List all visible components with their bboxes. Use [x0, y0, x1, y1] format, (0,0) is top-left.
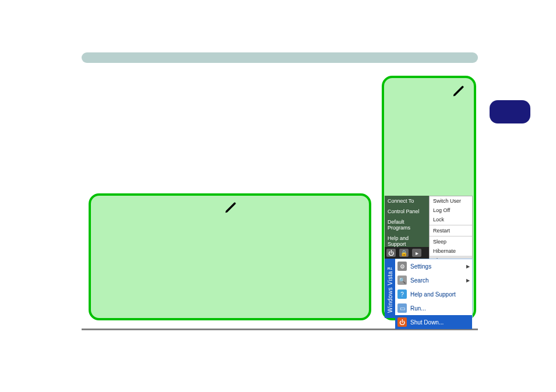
- vista-menu-item-control-panel[interactable]: Control Panel: [385, 206, 429, 217]
- chevron-right-icon: ▶: [466, 264, 470, 269]
- vista-submenu-sleep[interactable]: Sleep: [430, 237, 472, 246]
- classic-menu-label: Settings: [410, 263, 431, 270]
- vista-shutdown-submenu: Switch User Log Off Lock Restart Sleep H…: [429, 196, 473, 259]
- classic-menu-label: Run...: [410, 305, 426, 312]
- help-icon: ?: [397, 289, 407, 299]
- classic-menu-item-help[interactable]: ? Help and Support: [395, 287, 472, 301]
- search-icon: 🔍: [397, 276, 407, 285]
- edit-icon: [224, 202, 234, 212]
- shutdown-icon: ⏻: [397, 317, 407, 327]
- vista-start-menu: Connect To Control Panel Default Program…: [385, 196, 473, 259]
- classic-start-menu: Windows Vista™ ⚙ Settings ▶ 🔍 Search ▶ ?…: [385, 259, 473, 318]
- classic-menu-label: Search: [410, 277, 429, 284]
- vista-submenu-lock[interactable]: Lock: [430, 215, 472, 224]
- classic-menu-item-shutdown[interactable]: ⏻ Shut Down...: [395, 315, 472, 329]
- vista-power-bar: ⏻ 🔒 ▸: [385, 247, 429, 259]
- page-thumb-tab: [490, 100, 530, 123]
- power-icon[interactable]: ⏻: [386, 249, 396, 257]
- chevron-right-icon: ▶: [466, 278, 470, 283]
- classic-menu-body: ⚙ Settings ▶ 🔍 Search ▶ ? Help and Suppo…: [395, 259, 473, 318]
- lock-icon[interactable]: 🔒: [399, 249, 409, 257]
- classic-menu-item-run[interactable]: ▭ Run...: [395, 301, 472, 315]
- classic-menu-item-settings[interactable]: ⚙ Settings ▶: [395, 259, 472, 273]
- chevron-right-icon[interactable]: ▸: [412, 249, 421, 257]
- page-title-bar: [82, 52, 478, 63]
- vista-menu-item-connect-to[interactable]: Connect To: [385, 196, 429, 206]
- vista-submenu-restart[interactable]: Restart: [430, 226, 472, 235]
- edit-icon: [452, 85, 462, 96]
- run-icon: ▭: [397, 303, 407, 313]
- vista-menu-item-default-programs[interactable]: Default Programs: [385, 217, 429, 233]
- vista-submenu-log-off[interactable]: Log Off: [430, 206, 472, 215]
- classic-menu-label: Help and Support: [410, 291, 456, 298]
- settings-icon: ⚙: [397, 262, 407, 271]
- classic-menu-label: Shut Down...: [410, 319, 444, 326]
- vista-submenu-switch-user[interactable]: Switch User: [430, 196, 472, 206]
- vista-submenu-hibernate[interactable]: Hibernate: [430, 246, 472, 256]
- vista-menu-left-panel: Connect To Control Panel Default Program…: [385, 196, 429, 247]
- classic-menu-item-search[interactable]: 🔍 Search ▶: [395, 273, 472, 287]
- os-brand-label: Windows Vista™: [385, 259, 395, 318]
